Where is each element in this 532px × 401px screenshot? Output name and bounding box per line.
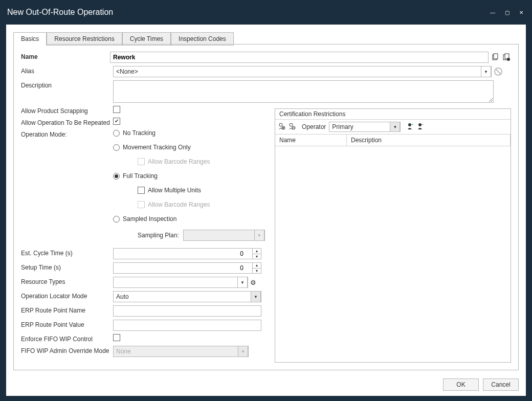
chevron-down-icon[interactable]: ▼ — [481, 66, 491, 77]
fifo-override-combo: None ▼ — [113, 346, 249, 357]
ok-button[interactable]: OK — [443, 378, 479, 391]
est-cycle-spinner[interactable]: ▲▼ — [113, 248, 261, 259]
remove-operator-icon[interactable]: − — [417, 123, 424, 131]
svg-point-5 — [279, 123, 282, 126]
full-multi-checkbox[interactable] — [138, 187, 145, 194]
operation-locator-combo[interactable]: Auto ▼ — [113, 291, 261, 302]
setup-time-spinner[interactable]: ▲▼ — [113, 262, 261, 274]
gear-icon[interactable]: ⚙ — [250, 279, 256, 286]
spin-up-icon[interactable]: ▲ — [253, 249, 261, 254]
operation-mode-label: Operation Mode: — [21, 129, 113, 138]
setup-time-label: Setup Time (s) — [21, 262, 113, 271]
erp-name-label: ERP Route Point Name — [21, 305, 113, 314]
enforce-fifo-checkbox[interactable] — [113, 334, 120, 341]
spin-down-icon[interactable]: ▼ — [253, 269, 261, 274]
chevron-down-icon: ▼ — [254, 230, 264, 241]
no-tracking-label: No Tracking — [123, 129, 156, 137]
radio-sampled[interactable] — [113, 216, 120, 222]
operation-locator-label: Operation Locator Mode — [21, 291, 113, 300]
full-tracking-label: Full Tracking — [123, 172, 158, 180]
setup-time-input[interactable] — [114, 263, 247, 273]
operation-locator-value: Auto — [116, 293, 129, 300]
allow-repeat-label: Allow Operation To Be Repeated — [21, 118, 126, 126]
window-title: New Out-Of-Route Operation — [7, 8, 113, 17]
allow-scrapping-checkbox[interactable] — [113, 106, 120, 113]
minimize-icon[interactable]: — — [489, 9, 496, 16]
operator-value: Primary — [332, 123, 353, 130]
remove-cert-icon[interactable] — [289, 123, 296, 131]
cancel-button[interactable]: Cancel — [483, 378, 519, 391]
spin-up-icon[interactable]: ▲ — [253, 263, 261, 269]
sampling-plan-label: Sampling Plan: — [138, 232, 179, 239]
cert-title: Certification Restrictions — [275, 109, 511, 120]
chevron-down-icon[interactable]: ▼ — [390, 122, 400, 132]
movement-barcode-label: Allow Barcode Ranges — [148, 158, 210, 165]
svg-text:+: + — [411, 123, 414, 127]
sampling-plan-combo: ▼ — [183, 230, 265, 241]
description-label: Description — [21, 80, 113, 89]
erp-value-label: ERP Route Point Value — [21, 320, 113, 328]
copy-all-icon[interactable] — [502, 53, 511, 62]
chevron-down-icon[interactable]: ▼ — [251, 291, 261, 302]
description-input[interactable] — [113, 80, 494, 103]
add-cert-icon[interactable] — [278, 123, 285, 131]
add-operator-icon[interactable]: + — [407, 123, 414, 131]
sampled-label: Sampled Inspection — [123, 215, 176, 222]
svg-text:−: − — [422, 123, 424, 127]
allow-scrapping-label: Allow Product Scrapping — [21, 106, 113, 115]
alias-label: Alias — [21, 66, 113, 75]
enforce-fifo-label: Enforce FIFO WIP Control — [21, 334, 113, 343]
erp-value-input[interactable] — [113, 320, 261, 331]
fifo-override-value: None — [116, 348, 131, 355]
erp-name-input[interactable] — [113, 305, 261, 317]
allow-repeat-checkbox[interactable] — [113, 118, 120, 125]
name-input[interactable] — [110, 52, 489, 63]
clear-alias-icon[interactable] — [494, 67, 503, 76]
movement-barcode-checkbox — [138, 158, 145, 165]
full-barcode-label: Allow Barcode Ranges — [148, 201, 210, 208]
full-multi-label: Allow Multiple Units — [148, 187, 201, 194]
operator-label: Operator — [302, 123, 326, 130]
chevron-down-icon: ▼ — [238, 346, 248, 357]
close-icon[interactable]: ✕ — [518, 9, 525, 16]
alias-combo[interactable]: <None> ▼ — [113, 66, 492, 77]
full-barcode-checkbox — [138, 201, 145, 208]
svg-rect-1 — [494, 54, 498, 59]
radio-full-tracking[interactable] — [113, 173, 120, 180]
est-cycle-label: Est. Cycle Time (s) — [21, 248, 113, 257]
name-label: Name — [21, 52, 110, 60]
movement-only-label: Movement Tracking Only — [123, 144, 191, 151]
alias-value: <None> — [116, 68, 138, 75]
cert-col-name: Name — [275, 135, 347, 146]
radio-movement-only[interactable] — [113, 144, 120, 151]
resource-types-label: Resource Types — [21, 277, 113, 285]
maximize-icon[interactable]: ▢ — [503, 9, 511, 16]
tab-basics[interactable]: Basics — [13, 32, 47, 46]
cert-col-desc: Description — [347, 135, 511, 146]
spin-down-icon[interactable]: ▼ — [253, 254, 261, 259]
est-cycle-input[interactable] — [114, 249, 247, 258]
copy-icon[interactable] — [491, 53, 500, 62]
svg-point-7 — [290, 123, 293, 126]
chevron-down-icon[interactable]: ▼ — [237, 277, 248, 288]
operator-combo[interactable]: Primary ▼ — [329, 122, 401, 132]
resource-types-combo[interactable]: ▼ — [113, 277, 248, 288]
radio-no-tracking[interactable] — [113, 130, 120, 137]
fifo-override-label: FIFO WIP Admin Override Mode — [21, 346, 126, 354]
svg-point-4 — [507, 58, 510, 61]
